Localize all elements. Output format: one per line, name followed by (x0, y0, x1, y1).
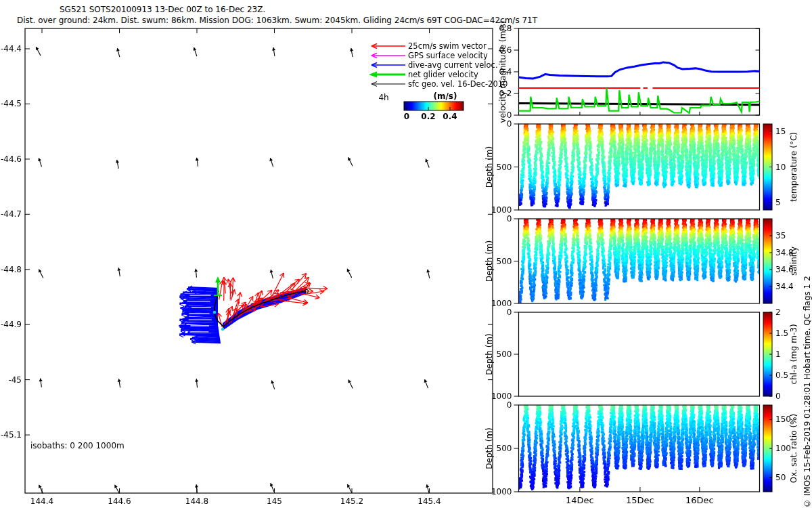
chla-y-tick-label: 500 (497, 350, 512, 359)
oxygen-x-tick-label: 15Dec (626, 495, 654, 505)
sfc-geo-vel-arrowhead (116, 160, 119, 163)
swim-vector-arrowhead (262, 291, 263, 295)
scale-tick-label: 0.2 (421, 112, 435, 121)
velocity-series-dive-avg-current-speed (519, 62, 760, 79)
temperature-y-axis-label: Depth (m) (484, 146, 494, 188)
chla-y-axis-label: Depth (m) (484, 333, 494, 375)
dive-avg-current-arrowhead (179, 304, 183, 306)
oxygen-x-tick-label: 14Dec (566, 495, 594, 505)
map-y-tick-label: -44.7 (1, 209, 22, 219)
figure-root: SG521 SOTS20100913 13-Dec 00Z to 16-Dec … (0, 0, 812, 508)
sfc-geo-vel-arrowhead (195, 379, 198, 382)
scale-tick-label: 0.4 (443, 112, 457, 121)
legend-scale-title: (m/s) (434, 91, 457, 101)
legend-item-label: dive-avg current veloc. (408, 60, 498, 70)
legend-item-label: GPS surface velocity (408, 51, 488, 60)
dive-avg-current-arrow (196, 341, 221, 341)
velocity-y-tick-label: 0 (507, 110, 512, 120)
legend-arrowhead (371, 82, 377, 85)
map-y-tick-label: -44.9 (1, 320, 22, 329)
velocity-y-axis-label: velocity magnitude (m/s) (498, 21, 508, 123)
oxygen-y-tick-label: 1000 (491, 487, 512, 496)
salinity-axes-box (519, 219, 760, 303)
oxygen-y-tick-label: 500 (497, 444, 512, 453)
swim-vector-arrowhead (240, 293, 242, 297)
salinity-y-tick-label: 0 (507, 214, 512, 224)
temperature-colorbar-tick-label: 5 (775, 198, 781, 207)
swim-vector-arrowhead (235, 290, 235, 295)
temperature-y-tick-label: 0 (507, 119, 512, 129)
legend-item-label: net glider velocity (408, 70, 478, 79)
dive-avg-current-arrow (188, 332, 219, 333)
temperature-colorbar-tick-label: 15 (775, 127, 786, 136)
map-y-tick-label: -45 (8, 375, 22, 385)
sfc-geo-vel-arrowhead (117, 268, 120, 271)
chla-colorbar-label: chl-a (mg m-3) (789, 324, 798, 384)
chla-colorbar-tick-label: 0.5 (775, 371, 788, 380)
chla-colorbar-tick-label: 0 (775, 391, 781, 401)
legend-item-label: 25cm/s swim vector (408, 41, 487, 51)
temperature-y-tick-label: 1000 (491, 205, 512, 215)
map-x-tick-label: 144.8 (185, 496, 208, 506)
swim-vector-arrow (279, 301, 307, 304)
sfc-geo-vel-arrowhead (270, 270, 273, 273)
sfc-geo-vel-arrowhead (118, 379, 121, 382)
map-y-tick-label: -44.8 (1, 265, 22, 274)
oxygen-y-axis-label: Depth (m) (484, 427, 494, 469)
net-glider-velocity-arrowhead (215, 276, 221, 282)
salinity-y-axis-label: Depth (m) (484, 240, 494, 282)
temperature-colorbar-tick-label: 10 (775, 163, 786, 172)
scale-tick-label: 0 (404, 112, 409, 121)
gps-fix-dot (213, 311, 216, 314)
legend-item-label: sfc geo. vel. 16-Dec-2010 (408, 79, 508, 89)
imos-watermark: © IMOS 15-Feb-2019 01:28:01 Hobart time.… (803, 261, 812, 508)
oxygen-colorbar-label: Ox. sat. ratio (%) (789, 414, 798, 483)
dive-avg-current-arrowhead (181, 315, 185, 317)
sfc-geo-vel-arrowhead (426, 484, 429, 488)
sfc-geo-vel-arrowhead (116, 48, 120, 51)
oxygen-colorbar-tick-label: 50 (775, 473, 786, 482)
map-x-tick-label: 145.4 (418, 496, 441, 506)
chla-colorbar-tick-label: 2 (775, 308, 781, 317)
salinity-colorbar (763, 219, 772, 303)
temperature-colorbar-label: temperature (°C) (789, 132, 798, 202)
legend-time-note: 4h (378, 93, 388, 102)
sfc-geo-vel-arrowhead (426, 270, 430, 273)
salinity-y-tick-label: 500 (497, 257, 512, 266)
dive-avg-current-arrow (185, 318, 218, 318)
oxygen-x-tick-label: 16Dec (685, 495, 714, 505)
map-x-tick-label: 145 (267, 496, 282, 506)
velocity-series-net-glider-speed (519, 88, 760, 113)
chla-y-tick-label: 1000 (491, 391, 512, 401)
salinity-colorbar-tick-label: 34.4 (775, 282, 794, 291)
chla-colorbar-tick-label: 1.5 (775, 329, 788, 338)
dive-avg-current-arrow (191, 342, 221, 343)
sfc-geo-vel-arrowhead (194, 269, 198, 272)
salinity-colorbar-label: salinity (789, 247, 798, 276)
swim-vector-arrowhead (315, 298, 319, 299)
chla-y-tick-label: 0 (507, 308, 512, 317)
temperature-axes-box (519, 124, 760, 210)
gps-fix-dot (221, 328, 224, 331)
oxygen-y-tick-label: 0 (507, 400, 512, 410)
map-x-tick-label: 145.2 (340, 496, 363, 506)
map-x-tick-label: 144.4 (30, 496, 53, 506)
sfc-geo-vel-arrowhead (350, 48, 353, 51)
salinity-y-tick-label: 1000 (491, 299, 512, 308)
figure-overlay-svg: 144.4144.6144.8145145.2145.4-44.4-44.5-4… (0, 0, 812, 508)
velocity-scale-colorbar (404, 102, 464, 110)
map-x-tick-label: 144.6 (108, 496, 131, 506)
map-axes-box (25, 28, 493, 493)
map-y-tick-label: -44.6 (1, 154, 22, 164)
oxygen-axes-box (519, 405, 760, 492)
map-y-tick-label: -45.1 (1, 430, 22, 440)
sfc-geo-vel-arrowhead (195, 484, 198, 487)
chla-axes-box (519, 312, 760, 396)
legend-arrowhead (371, 84, 377, 87)
salinity-colorbar-tick-label: 35 (775, 231, 786, 240)
isobaths-note: isobaths: 0 200 1000m (30, 441, 125, 450)
dive-avg-current-arrowhead (179, 335, 183, 337)
temperature-y-tick-label: 500 (497, 163, 512, 172)
chla-colorbar-tick-label: 1 (775, 350, 781, 359)
map-y-tick-label: -44.4 (1, 44, 22, 54)
